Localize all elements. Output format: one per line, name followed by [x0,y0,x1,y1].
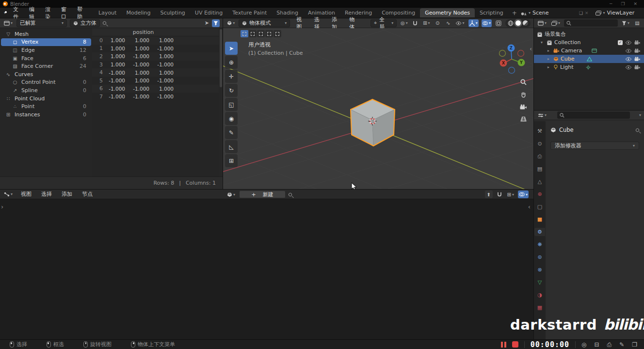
overlays-toggle[interactable]: ▾ [518,190,529,198]
tree-item[interactable]: ○ Control Point 0 [1,79,91,87]
xray-toggle[interactable] [495,19,502,27]
node-editor-menu[interactable]: 节点 [78,190,97,199]
render-visibility-icon[interactable] [634,57,640,61]
viewport-tool-button[interactable]: ◱ [225,98,238,111]
recorder-tool-icon[interactable]: ❐ [632,341,637,348]
viewport-tool-button[interactable]: ◺ [225,140,238,153]
viewport-tool-button[interactable]: ↻ [225,84,238,97]
workspace-tab[interactable]: Modeling [121,8,155,17]
perspective-toggle-button[interactable] [518,113,529,124]
scene-name[interactable]: Scene [532,10,577,16]
workspace-tab[interactable]: Geometry Nodes [420,8,475,17]
3d-viewport[interactable]: ▾ 物体模式▾ 视图选择添加物体 ⌖全局▾ ◎▾ ⊞▾ ⊙ ∿ ▾ ▾ ▾ [223,18,533,189]
snap-magnet-icon[interactable] [496,190,503,198]
properties-search-input[interactable] [557,111,630,119]
render-visibility-icon[interactable] [634,48,640,53]
go-to-parent-tree-icon[interactable]: ⬆ [485,190,493,198]
recorder-tool-icon[interactable]: ✎ [619,341,624,348]
zoom-view-button[interactable] [518,77,529,87]
outliner-row-collection[interactable]: ▾ Collection ✓ [534,38,644,47]
outliner-editor-type-icon[interactable]: ▾ [537,19,547,27]
outliner-filter-icon[interactable]: ▾ [621,19,630,27]
select-mode-button[interactable] [241,30,248,37]
select-mode-button[interactable] [257,30,265,37]
mode-dropdown[interactable]: 物体模式▾ [239,19,290,27]
pan-view-button[interactable] [518,89,529,100]
window-control-icon[interactable]: ❐ [621,1,625,6]
properties-tab[interactable]: ⊙ [534,140,545,148]
node-editor-menu[interactable]: 选择 [37,190,56,199]
add-modifier-dropdown[interactable]: 添加修改器▾ [550,142,639,150]
properties-tab[interactable]: ▦ [534,303,545,312]
workspace-tab[interactable]: Scripting [475,8,508,17]
tree-item[interactable]: ⊞ Instances 0 [1,111,91,119]
region-expand-icon[interactable]: › [1,203,3,210]
viewport-tool-button[interactable]: ⊞ [225,154,238,167]
spreadsheet-scrollbar[interactable] [220,29,222,87]
properties-tab[interactable]: ⚙ [534,228,545,236]
properties-tab[interactable]: △ [534,177,545,186]
filter-toggle-button[interactable] [212,19,220,27]
tree-item[interactable]: ∷ Point Cloud [1,95,91,103]
outliner-row-camera[interactable]: ▸ Camera [534,47,644,55]
tree-item[interactable]: ↗ Spline 0 [1,86,91,95]
add-workspace-button[interactable]: + [508,10,521,16]
snap-magnet-icon[interactable] [411,19,419,27]
viewport-tool-button[interactable]: ✎ [225,126,238,139]
hide-eye-icon[interactable] [626,49,631,53]
window-control-icon[interactable]: ✕ [633,1,637,6]
properties-tab[interactable]: ▢ [534,203,545,211]
region-collapse-icon[interactable]: ‹ [528,203,531,210]
properties-tab[interactable]: ◑ [534,291,545,299]
viewlayer-selector[interactable]: ▾ ViewLayer ❏ ✕ [596,10,644,16]
tree-item[interactable]: ▽ Mesh [1,30,91,38]
cursor-filter-icon[interactable]: ➤ [205,20,209,26]
snap-settings-dropdown[interactable]: ⊞▾ [422,19,431,27]
camera-view-button[interactable] [518,101,529,112]
outliner-display-mode-icon[interactable]: ▾ [550,19,561,27]
hide-eye-icon[interactable] [626,65,631,69]
tree-item[interactable]: ◫ Edge 12 [1,46,91,54]
collection-checkbox[interactable]: ✓ [618,40,623,45]
outliner-search-input[interactable] [564,19,618,27]
properties-tab[interactable]: ▤ [534,165,545,173]
viewport-tool-button[interactable]: ⊕ [225,56,238,69]
pin-icon[interactable] [635,127,640,132]
outliner-row-light[interactable]: ▸ Light [534,63,644,71]
column-header[interactable]: position [106,29,181,35]
properties-tab[interactable]: ⎙ [534,152,545,160]
node-editor-menu[interactable]: 添加 [57,190,77,199]
render-visibility-icon[interactable] [634,40,640,45]
browse-node-tree-icon[interactable]: ▾ [226,190,236,198]
recorder-tool-icon[interactable]: ⊟ [595,341,599,348]
unlink-scene-icon[interactable]: ✕ [585,11,589,16]
properties-tab[interactable]: ⊚ [534,253,545,261]
proportional-falloff-icon[interactable]: ∿ [444,19,452,27]
stop-recording-button[interactable] [512,341,518,348]
viewport-editor-type-icon[interactable]: ▾ [226,19,236,27]
properties-tab[interactable]: ⚒ [534,127,545,135]
outliner-row-scene-collection[interactable]: 场景集合 [534,30,644,38]
copy-scene-icon[interactable]: ❏ [579,11,583,16]
select-mode-button[interactable] [274,30,281,37]
hide-eye-icon[interactable] [626,41,631,45]
node-editor-menu[interactable]: 视图 [16,190,36,199]
tree-item[interactable]: ▣ Face 6 [1,54,91,63]
workspace-tab[interactable]: Sculpting [155,8,190,17]
expand-icon[interactable]: ▾ [541,40,545,45]
outliner-row-cube[interactable]: ▸ Cube [534,55,644,63]
render-visibility-icon[interactable] [634,65,640,69]
pin-icon[interactable] [102,21,107,26]
evaluation-state-dropdown[interactable]: 已解算▾ [16,19,67,27]
properties-tab[interactable]: ▽ [534,278,545,286]
new-collection-icon[interactable]: ▤ [633,19,641,27]
proportional-editing-icon[interactable]: ⊙ [434,19,441,27]
properties-options-caret-icon[interactable]: ▾ [639,113,641,117]
navigation-gizmo[interactable]: Z X Y [497,43,531,77]
recorder-tool-icon[interactable]: ⎙ [607,341,612,348]
scene-selector[interactable]: ▾ Scene ❏ ✕ [521,10,589,16]
hide-eye-icon[interactable] [626,57,631,61]
select-mode-button[interactable] [265,30,273,37]
spreadsheet-editor-type-icon[interactable]: ▾ [3,19,14,27]
tree-item[interactable]: ◻ Vertex 8 [1,38,91,47]
